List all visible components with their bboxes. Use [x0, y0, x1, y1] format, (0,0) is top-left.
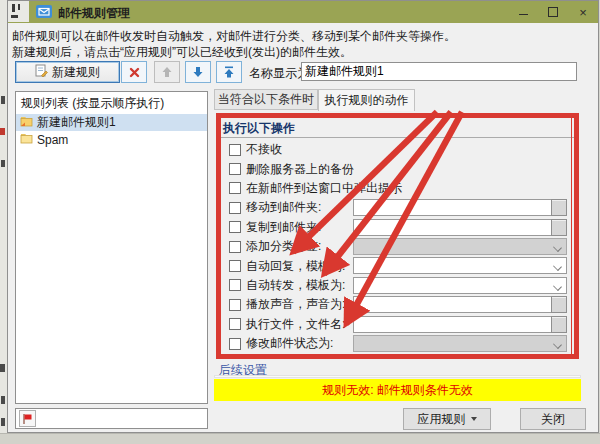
move-down-icon	[192, 66, 204, 78]
checkbox[interactable]	[229, 338, 241, 350]
action-label: 复制到邮件夹:	[246, 219, 321, 236]
checkbox[interactable]	[229, 299, 241, 311]
checkbox[interactable]	[229, 279, 241, 291]
forward-template-select[interactable]	[353, 277, 567, 294]
rule-list[interactable]: 规则列表 (按显示顺序执行) 新建邮件规则1	[15, 91, 208, 404]
browse-button[interactable]	[551, 296, 567, 313]
background-text-fragment	[1, 396, 5, 404]
action-label: 添加分类标签:	[246, 238, 321, 255]
checkbox[interactable]	[229, 241, 241, 253]
move-top-button[interactable]	[216, 61, 242, 83]
apply-rules-button[interactable]: 应用规则	[403, 408, 491, 430]
minimize-button[interactable]	[508, 1, 538, 23]
rule-list-item[interactable]: Spam	[16, 131, 207, 148]
browse-button[interactable]	[551, 316, 567, 333]
new-rule-label: 新建规则	[52, 64, 100, 81]
file-input[interactable]	[353, 316, 567, 333]
checkbox[interactable]	[229, 318, 241, 330]
actions-panel-header: 执行以下操作	[223, 120, 295, 137]
reply-template-select[interactable]	[353, 257, 567, 274]
delete-icon	[129, 67, 140, 78]
apply-rules-label: 应用规则	[418, 411, 466, 428]
flag-icon	[19, 410, 36, 427]
new-rule-button[interactable]: 新建规则	[15, 61, 120, 83]
intro-line-1: 邮件规则可以在邮件收发时自动触发，对邮件进行分类、移动到某个邮件夹等操作。	[12, 28, 592, 44]
background-text-fragment	[1, 418, 5, 426]
action-label: 移动到邮件夹:	[246, 199, 321, 216]
checkbox[interactable]	[229, 260, 241, 272]
rule-folder-icon	[20, 133, 33, 147]
tab-conditions-label: 当符合以下条件时	[218, 91, 314, 108]
action-label: 播放声音，声音为:	[246, 296, 345, 313]
background-text-fragment	[1, 160, 5, 167]
move-up-button[interactable]	[154, 61, 180, 83]
new-rule-icon	[35, 64, 48, 80]
close-dialog-button[interactable]: 关闭	[520, 408, 586, 430]
checkbox[interactable]	[229, 163, 241, 175]
followup-section: 后续设置	[214, 359, 581, 376]
action-row-move-to-folder: 移动到邮件夹:	[215, 198, 575, 217]
checkbox[interactable]	[229, 182, 241, 194]
action-row-play-sound: 播放声音，声音为:	[215, 295, 575, 314]
screenshot-stage: 邮件规则管理 × 邮件规则可以在邮件收发时自动触发，对邮件进行分类、移动到某个邮…	[0, 0, 600, 444]
browse-button[interactable]	[551, 219, 567, 236]
status-banner: 规则无效: 邮件规则条件无效	[214, 379, 581, 401]
chevron-down-icon	[553, 282, 562, 291]
sound-input[interactable]	[353, 296, 567, 313]
action-label: 自动转发，模板为:	[246, 277, 345, 294]
checkbox[interactable]	[229, 202, 241, 214]
rule-list-header: 规则列表 (按显示顺序执行)	[16, 92, 207, 114]
action-row-no-receive: 不接收	[215, 140, 575, 159]
mail-rules-dialog: 邮件规则管理 × 邮件规则可以在邮件收发时自动触发，对邮件进行分类、移动到某个邮…	[7, 0, 599, 433]
browse-button[interactable]	[551, 199, 567, 216]
checkbox[interactable]	[229, 144, 241, 156]
background-bottom-strip	[0, 433, 600, 444]
background-overlap-fragment	[8, 1, 29, 22]
close-button[interactable]: ×	[568, 1, 598, 23]
flag-label-selector[interactable]	[15, 408, 208, 429]
maximize-button[interactable]	[538, 1, 568, 23]
action-row-run-file: 执行文件，文件名:	[215, 315, 575, 334]
background-text-fragment	[0, 364, 5, 372]
rule-folder-icon	[20, 116, 33, 130]
delete-rule-button[interactable]	[121, 61, 147, 83]
action-row-auto-forward: 自动转发，模板为:	[215, 276, 575, 295]
move-down-button[interactable]	[185, 61, 211, 83]
action-row-auto-reply: 自动回复，模板为:	[215, 256, 575, 275]
rule-list-item[interactable]: 新建邮件规则1	[16, 114, 207, 131]
chevron-down-icon	[471, 417, 477, 421]
action-label: 不接收	[246, 141, 282, 158]
action-label: 修改邮件状态为:	[246, 335, 333, 352]
status-select[interactable]	[353, 335, 567, 352]
chevron-down-icon	[553, 340, 562, 349]
status-banner-text: 规则无效: 邮件规则条件无效	[322, 382, 473, 399]
tab-actions[interactable]: 执行规则的动作	[318, 89, 415, 111]
tab-actions-label: 执行规则的动作	[325, 92, 409, 109]
close-icon: ×	[579, 6, 587, 19]
intro-text: 邮件规则可以在邮件收发时自动触发，对邮件进行分类、移动到某个邮件夹等操作。 新建…	[12, 28, 592, 60]
checkbox[interactable]	[229, 221, 241, 233]
minimize-icon	[519, 14, 528, 15]
action-row-add-tag: 添加分类标签:	[215, 237, 575, 256]
chevron-down-icon	[553, 243, 562, 252]
intro-line-2: 新建规则后，请点击“应用规则”可以已经收到(发出)的邮件生效。	[12, 44, 592, 60]
action-label: 执行文件，文件名:	[246, 316, 345, 333]
move-up-icon	[161, 66, 173, 78]
tab-conditions[interactable]: 当符合以下条件时	[214, 89, 318, 110]
background-text-fragment	[1, 96, 5, 104]
rule-name-input[interactable]	[301, 62, 577, 81]
action-label: 在新邮件到达窗口中弹出提示	[246, 180, 402, 197]
move-folder-input[interactable]	[353, 199, 567, 216]
action-row-set-status: 修改邮件状态为:	[215, 334, 575, 353]
rule-item-label: Spam	[37, 133, 68, 147]
rule-item-label: 新建邮件规则1	[37, 114, 116, 131]
titlebar[interactable]: 邮件规则管理 ×	[8, 1, 598, 23]
window-title: 邮件规则管理	[58, 5, 130, 22]
mail-app-icon	[36, 5, 52, 18]
action-rows: 不接收 删除服务器上的备份 在新邮件到达窗口中弹出提示 移动到邮件夹: 复制到邮…	[215, 140, 575, 353]
move-top-icon	[223, 66, 235, 78]
background-text-fragment	[0, 128, 5, 135]
copy-folder-input[interactable]	[353, 219, 567, 236]
tag-select[interactable]	[353, 238, 567, 255]
header-divider	[220, 137, 576, 138]
